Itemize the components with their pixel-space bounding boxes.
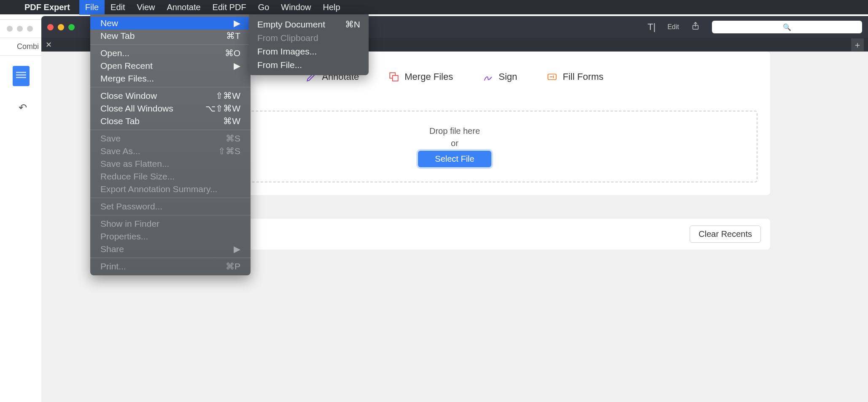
file-menu-item: Set Password... (90, 200, 251, 213)
traffic-lights[interactable] (47, 24, 75, 30)
menu-window[interactable]: Window (275, 0, 317, 15)
file-menu-item: Save as Flatten... (90, 158, 251, 170)
new-submenu-item: From Clipboard (249, 31, 369, 45)
svg-rect-2 (393, 76, 398, 81)
action-fill-label: Fill Forms (563, 71, 604, 82)
file-menu-item: Print...⌘P (90, 260, 251, 273)
menu-help[interactable]: Help (317, 0, 346, 15)
drop-line1: Drop file here (429, 126, 480, 136)
file-menu-item[interactable]: New▶ (90, 17, 251, 30)
new-submenu-item[interactable]: Empty Document⌘N (249, 18, 369, 31)
file-menu-item[interactable]: Close Window⇧⌘W (90, 90, 251, 102)
mac-menubar: PDF Expert File Edit View Annotate Edit … (0, 0, 868, 14)
drop-line2: or (451, 139, 458, 148)
undo-icon[interactable]: ↶ (19, 102, 27, 114)
file-menu-item: Save As...⇧⌘S (90, 145, 251, 158)
file-menu-item: Export Annotation Summary... (90, 183, 251, 196)
action-merge[interactable]: Merge Files (388, 71, 453, 82)
file-menu-item[interactable]: Close All Windows⌥⇧⌘W (90, 102, 251, 115)
file-menu-item: Save⌘S (90, 132, 251, 145)
new-submenu: Empty Document⌘NFrom ClipboardFrom Image… (249, 14, 369, 75)
file-menu-item: Properties... (90, 230, 251, 243)
new-tab-button[interactable]: ＋ (851, 38, 864, 51)
file-menu-item[interactable]: Open Recent▶ (90, 60, 251, 72)
file-menu-item: Show in Finder (90, 217, 251, 230)
select-file-button[interactable]: Select File (418, 151, 491, 167)
menu-view[interactable]: View (131, 0, 161, 15)
clear-recents-button[interactable]: Clear Recents (690, 225, 761, 243)
app-name: PDF Expert (24, 3, 70, 12)
action-merge-label: Merge Files (404, 71, 453, 82)
new-submenu-item[interactable]: From Images... (249, 45, 369, 58)
file-menu-item[interactable]: Close Tab⌘W (90, 115, 251, 128)
file-menu-item: Share▶ (90, 243, 251, 255)
file-menu-item[interactable]: Merge Files... (90, 72, 251, 85)
menu-edit[interactable]: Edit (105, 0, 131, 15)
doc-icon[interactable] (13, 66, 30, 86)
file-menu-item: Reduce File Size... (90, 170, 251, 183)
menu-editpdf[interactable]: Edit PDF (207, 0, 252, 15)
close-tab-icon[interactable]: ✕ (46, 40, 52, 49)
background-window: Combi ↶ (0, 19, 41, 399)
bg-tab[interactable]: Combi (0, 38, 41, 56)
menu-annotate[interactable]: Annotate (161, 0, 207, 15)
menu-file[interactable]: File (79, 0, 105, 15)
edit-text-icon[interactable]: T| (647, 22, 655, 33)
file-menu-item[interactable]: Open...⌘O (90, 47, 251, 60)
search-input[interactable]: 🔍 (712, 21, 862, 33)
file-menu-dropdown: New▶New Tab⌘TOpen...⌘OOpen Recent▶Merge … (90, 14, 251, 275)
file-menu-item[interactable]: New Tab⌘T (90, 30, 251, 42)
menu-go[interactable]: Go (252, 0, 275, 15)
bg-traffic-lights (0, 20, 41, 38)
action-fill[interactable]: Fill Forms (547, 71, 604, 82)
action-sign-label: Sign (499, 71, 517, 82)
share-icon[interactable] (691, 21, 700, 33)
action-sign[interactable]: Sign (483, 71, 517, 82)
new-submenu-item[interactable]: From File... (249, 58, 369, 72)
search-icon: 🔍 (783, 23, 791, 31)
edit-label[interactable]: Edit (667, 23, 679, 31)
